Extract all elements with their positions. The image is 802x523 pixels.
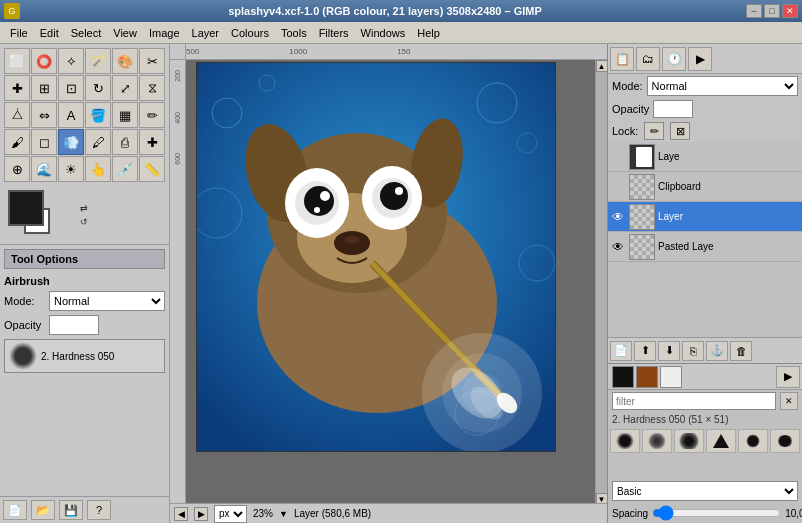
brush-mid-color[interactable] <box>636 366 658 388</box>
minimize-button[interactable]: – <box>746 4 762 18</box>
brush-bg-color[interactable] <box>660 366 682 388</box>
tool-pencil[interactable]: ✏ <box>139 102 165 128</box>
tool-rect-select[interactable]: ⬜ <box>4 48 30 74</box>
save-image-button[interactable]: 💾 <box>59 500 83 520</box>
tool-gradient[interactable]: ▦ <box>112 102 138 128</box>
unit-select[interactable]: px <box>214 505 247 523</box>
brush-cell[interactable] <box>706 429 736 453</box>
lock-pixels-button[interactable]: ✏ <box>644 122 664 140</box>
layer-item[interactable]: 👁 Pasted Laye <box>608 232 802 262</box>
status-zoom-select-btn[interactable]: ▼ <box>279 509 288 519</box>
layer-item[interactable]: Clipboard <box>608 172 802 202</box>
mode-select[interactable]: Normal <box>49 291 165 311</box>
tool-heal[interactable]: ✚ <box>139 129 165 155</box>
open-image-button[interactable]: 📂 <box>31 500 55 520</box>
spacing-row: Spacing 10,0 <box>608 503 802 523</box>
brush-fg-color[interactable] <box>612 366 634 388</box>
tool-clone[interactable]: ⎙ <box>112 129 138 155</box>
tool-scale[interactable]: ⤢ <box>112 75 138 101</box>
layer-anchor-button[interactable]: ⚓ <box>706 341 728 361</box>
tool-color-select[interactable]: 🎨 <box>112 48 138 74</box>
menu-item-file[interactable]: File <box>4 25 34 41</box>
layers-mode-select[interactable]: Normal <box>647 76 798 96</box>
spacing-slider[interactable] <box>652 505 781 521</box>
tool-text[interactable]: A <box>58 102 84 128</box>
new-image-button[interactable]: 📄 <box>3 500 27 520</box>
menu-item-tools[interactable]: Tools <box>275 25 313 41</box>
layers-undo-history-button[interactable]: 🕐 <box>662 47 686 71</box>
tool-airbrush[interactable]: 💨 <box>58 129 84 155</box>
brush-cell[interactable] <box>610 429 640 453</box>
brush-type-select[interactable]: Basic <box>612 481 798 501</box>
menu-item-filters[interactable]: Filters <box>313 25 355 41</box>
tool-align[interactable]: ⊞ <box>31 75 57 101</box>
menu-item-edit[interactable]: Edit <box>34 25 65 41</box>
vscroll-track[interactable] <box>596 72 607 493</box>
menu-item-image[interactable]: Image <box>143 25 186 41</box>
tool-measure[interactable]: 📏 <box>139 156 165 182</box>
brush-preview[interactable]: 2. Hardness 050 <box>4 339 165 373</box>
layers-new-channel-button[interactable]: 📋 <box>610 47 634 71</box>
tool-move[interactable]: ✚ <box>4 75 30 101</box>
tool-shear[interactable]: ⧖ <box>139 75 165 101</box>
tool-crop[interactable]: ⊡ <box>58 75 84 101</box>
layers-new-path-button[interactable]: 🗂 <box>636 47 660 71</box>
brush-filter-clear-button[interactable]: ✕ <box>780 392 798 410</box>
tool-dodge[interactable]: ☀ <box>58 156 84 182</box>
layer-lower-button[interactable]: ⬇ <box>658 341 680 361</box>
layer-visibility-toggle[interactable] <box>610 179 626 195</box>
close-button[interactable]: ✕ <box>782 4 798 18</box>
layer-duplicate-button[interactable]: ⎘ <box>682 341 704 361</box>
maximize-button[interactable]: □ <box>764 4 780 18</box>
tool-free-select[interactable]: ⟡ <box>58 48 84 74</box>
foreground-color[interactable] <box>8 190 44 226</box>
tool-scissors[interactable]: ✂ <box>139 48 165 74</box>
tool-blur[interactable]: 🌊 <box>31 156 57 182</box>
tool-paintbrush[interactable]: 🖌 <box>4 129 30 155</box>
tool-ellipse-select[interactable]: ⭕ <box>31 48 57 74</box>
reset-colors-icon[interactable]: ↺ <box>80 217 88 227</box>
tool-smudge[interactable]: 👆 <box>85 156 111 182</box>
tool-bucket[interactable]: 🪣 <box>85 102 111 128</box>
layer-visibility-toggle[interactable]: 👁 <box>610 239 626 255</box>
brush-cell[interactable] <box>770 429 800 453</box>
brush-filter-input[interactable] <box>612 392 776 410</box>
menu-item-help[interactable]: Help <box>411 25 446 41</box>
tool-eraser[interactable]: ◻ <box>31 129 57 155</box>
help-button[interactable]: ? <box>87 500 111 520</box>
brush-panel-right-arrow[interactable]: ▶ <box>776 366 800 388</box>
menu-item-view[interactable]: View <box>107 25 143 41</box>
layer-visibility-toggle[interactable] <box>610 149 626 165</box>
layer-item-active[interactable]: 👁 Layer <box>608 202 802 232</box>
layer-visibility-toggle[interactable]: 👁 <box>610 209 626 225</box>
brush-cell[interactable] <box>642 429 672 453</box>
canvas-container[interactable] <box>186 60 595 505</box>
layer-delete-button[interactable]: 🗑 <box>730 341 752 361</box>
tool-fuzzy-select[interactable]: 🪄 <box>85 48 111 74</box>
tool-color-picker[interactable]: 💉 <box>112 156 138 182</box>
lock-position-button[interactable]: ⊠ <box>670 122 690 140</box>
tool-flip[interactable]: ⇔ <box>31 102 57 128</box>
layer-item[interactable]: Laye <box>608 142 802 172</box>
brush-cell[interactable] <box>738 429 768 453</box>
menu-item-select[interactable]: Select <box>65 25 108 41</box>
brush-cell[interactable] <box>674 429 704 453</box>
tool-ink[interactable]: 🖊 <box>85 129 111 155</box>
menu-item-colours[interactable]: Colours <box>225 25 275 41</box>
status-nav-left[interactable]: ◀ <box>174 507 188 521</box>
menu-item-layer[interactable]: Layer <box>186 25 226 41</box>
tool-options-header[interactable]: Tool Options <box>4 249 165 269</box>
tool-perspective-clone[interactable]: ⊕ <box>4 156 30 182</box>
swap-colors-icon[interactable]: ⇄ <box>80 203 88 213</box>
vertical-scrollbar[interactable]: ▲ ▼ <box>595 60 607 505</box>
opacity-input[interactable]: 100,0 <box>49 315 99 335</box>
layer-raise-button[interactable]: ⬆ <box>634 341 656 361</box>
menu-item-windows[interactable]: Windows <box>355 25 412 41</box>
layers-opacity-input[interactable]: 100,0 <box>653 100 693 118</box>
tool-perspective[interactable]: ⧊ <box>4 102 30 128</box>
status-nav-right[interactable]: ▶ <box>194 507 208 521</box>
layer-new-button[interactable]: 📄 <box>610 341 632 361</box>
vscroll-up-button[interactable]: ▲ <box>596 60 608 72</box>
layers-right-arrow-button[interactable]: ▶ <box>688 47 712 71</box>
tool-rotate[interactable]: ↻ <box>85 75 111 101</box>
